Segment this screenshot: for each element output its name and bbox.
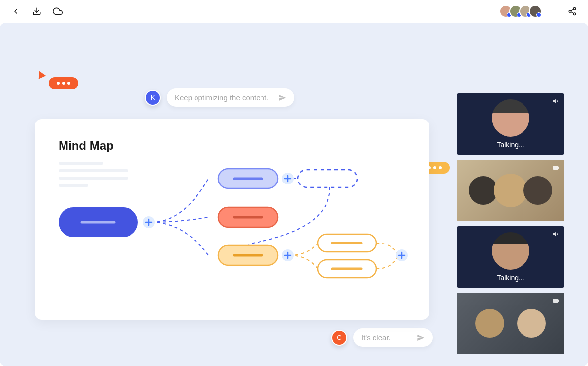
avatar-initial: K (151, 94, 155, 101)
comment-avatar[interactable]: K (145, 90, 161, 106)
svg-line-4 (571, 12, 573, 13)
video-tile[interactable]: Talking... (457, 226, 564, 288)
comment-input[interactable]: Keep optimizing the content. (167, 88, 294, 107)
video-status: Talking... (497, 141, 524, 149)
svg-line-5 (571, 9, 573, 11)
workspace: K Keep optimizing the content. C It's cl… (0, 23, 588, 366)
avatar[interactable] (529, 5, 542, 18)
divider (554, 6, 554, 17)
participants-photo (457, 160, 564, 221)
video-tile[interactable] (457, 160, 564, 221)
video-tile[interactable] (457, 293, 564, 354)
cursor-orange (39, 77, 78, 89)
send-icon[interactable] (278, 94, 286, 102)
participant-avatar (492, 99, 529, 137)
participants-photo (457, 293, 564, 354)
avatar-initial: C (337, 334, 341, 341)
collaborator-avatars[interactable] (502, 5, 542, 18)
comment-avatar[interactable]: C (331, 330, 347, 346)
video-panel: Talking... Talking... (457, 93, 564, 354)
cloud-button[interactable] (52, 5, 64, 17)
audio-icon (552, 230, 560, 238)
mindmap-canvas[interactable]: Mind Map (35, 119, 429, 320)
comment-bottom: C It's clear. (331, 328, 433, 347)
video-icon (552, 297, 560, 305)
comment-top: K Keep optimizing the content. (145, 88, 294, 107)
participant-avatar (492, 232, 529, 270)
video-tile[interactable]: Talking... (457, 93, 564, 155)
cursor-arrow-icon (36, 69, 46, 79)
send-icon[interactable] (417, 334, 425, 342)
video-status: Talking... (497, 274, 524, 282)
audio-icon (552, 97, 560, 105)
comment-text: It's clear. (361, 333, 407, 342)
canvas-title: Mind Map (59, 139, 405, 153)
node-dashed[interactable] (298, 170, 357, 187)
share-button[interactable] (566, 5, 578, 17)
comment-input[interactable]: It's clear. (353, 328, 433, 347)
topbar (0, 0, 588, 23)
typing-indicator (49, 77, 78, 89)
back-button[interactable] (10, 5, 22, 17)
download-button[interactable] (31, 5, 43, 17)
video-icon (552, 164, 560, 172)
comment-text: Keep optimizing the content. (175, 93, 268, 102)
mindmap-diagram[interactable] (55, 164, 412, 312)
